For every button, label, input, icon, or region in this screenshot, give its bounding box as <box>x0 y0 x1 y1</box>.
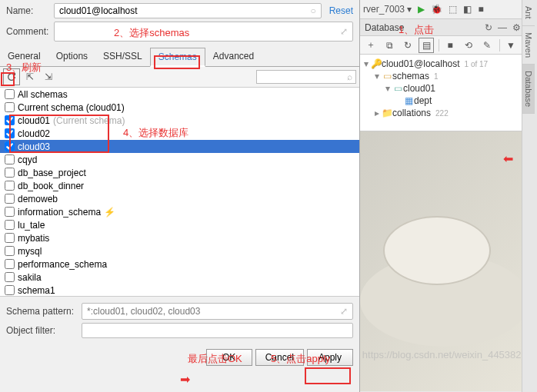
schema-checkbox[interactable] <box>5 246 15 256</box>
schema-checkbox[interactable] <box>5 154 15 164</box>
edit-icon[interactable]: ✎ <box>479 38 495 53</box>
coverage-icon[interactable]: ⬚ <box>445 4 460 15</box>
run-icon[interactable]: ▶ <box>415 4 428 15</box>
schema-list[interactable]: All schemasCurrent schema (cloud01)cloud… <box>0 88 359 297</box>
add-icon[interactable]: ＋ <box>363 38 379 53</box>
side-tabs: Ant Maven Database <box>522 0 537 392</box>
schema-checkbox[interactable] <box>5 207 15 217</box>
schema-row[interactable]: performance_schema <box>0 257 359 271</box>
rollback-icon[interactable]: ⟲ <box>461 38 476 53</box>
tab-options[interactable]: Options <box>48 48 95 66</box>
watermark: https://blog.csdn.net/weixin_44538225 <box>362 349 532 360</box>
refresh-button[interactable] <box>3 68 20 85</box>
filter-label: Object filter: <box>6 325 82 336</box>
tab-bar: GeneralOptionsSSH/SSLSchemasAdvanced <box>0 48 359 67</box>
schema-checkbox[interactable] <box>5 89 15 99</box>
dialog-panel: Name: cloud01@localhost○ Reset Comment: … <box>0 0 360 392</box>
name-label: Name: <box>6 5 54 16</box>
schema-row[interactable]: cloud03 <box>0 140 359 153</box>
side-tab-maven[interactable]: Maven <box>522 26 535 65</box>
schema-row[interactable]: sakila <box>0 271 359 284</box>
schema-checkbox[interactable] <box>5 168 15 178</box>
schema-checkbox[interactable] <box>5 272 15 282</box>
tab-schemas[interactable]: Schemas <box>150 48 205 67</box>
schema-checkbox[interactable] <box>5 128 15 138</box>
filter-input[interactable] <box>82 323 353 338</box>
schema-row[interactable]: cqyd <box>0 153 359 166</box>
side-tab-database[interactable]: Database <box>522 65 535 114</box>
debug-icon[interactable]: 🐞 <box>428 4 445 15</box>
schema-row[interactable]: db_book_dinner <box>0 179 359 192</box>
tab-general[interactable]: General <box>0 48 48 66</box>
background-image: https://blog.csdn.net/weixin_44538225 <box>360 131 537 391</box>
schema-row[interactable]: cloud01 (Current schema) <box>0 114 359 127</box>
collapse-button[interactable]: ⇲ <box>40 68 57 85</box>
console-icon[interactable]: ▤ <box>419 38 434 53</box>
schema-toolbar: ⇱ ⇲ ⌕ <box>0 67 359 88</box>
tab-ssh/ssl[interactable]: SSH/SSL <box>95 48 150 66</box>
reset-link[interactable]: Reset <box>329 5 353 16</box>
schema-row[interactable]: schema1 <box>0 284 359 297</box>
pattern-label: Schema pattern: <box>6 306 82 317</box>
schema-search-input[interactable]: ⌕ <box>256 70 356 84</box>
schema-row[interactable]: All schemas <box>0 88 359 101</box>
name-input[interactable]: cloud01@localhost○ <box>54 3 322 18</box>
stop-icon2[interactable]: ■ <box>442 38 458 53</box>
schema-checkbox[interactable] <box>5 259 15 269</box>
schema-row[interactable]: db_base_project <box>0 166 359 179</box>
schema-row[interactable]: information_schema⚡ <box>0 205 359 218</box>
expand-button[interactable]: ⇱ <box>22 68 38 85</box>
schema-checkbox[interactable] <box>5 141 15 151</box>
stop-icon[interactable]: ■ <box>475 4 486 15</box>
schema-checkbox[interactable] <box>5 194 15 204</box>
refresh-icon[interactable]: ↻ <box>482 22 495 33</box>
cancel-button[interactable]: Cancel <box>255 349 304 366</box>
ide-right-panel: rver_7003 ▾ ▶ 🐞 ⬚ ◧ ■ Database ↻ — ⚙ − ＋… <box>360 0 537 392</box>
schema-row[interactable]: lu_tale <box>0 218 359 231</box>
pattern-input[interactable]: *:cloud01, cloud02, cloud03⤢ <box>82 303 353 320</box>
comment-label: Comment: <box>6 26 54 37</box>
schema-checkbox[interactable] <box>5 285 15 295</box>
database-tree[interactable]: ▾🔑cloud01@localhost1 of 17 ▾▭schemas1 ▾▭… <box>360 55 537 131</box>
schema-checkbox[interactable] <box>5 102 15 112</box>
schema-checkbox[interactable] <box>5 233 15 243</box>
copy-icon[interactable]: ⧉ <box>382 38 397 53</box>
schema-row[interactable]: mybatis <box>0 231 359 244</box>
ok-button[interactable]: OK <box>206 349 252 366</box>
schema-checkbox[interactable] <box>5 115 15 125</box>
comment-input[interactable]: ⤢ <box>54 22 353 42</box>
tab-advanced[interactable]: Advanced <box>205 48 262 66</box>
minimize-icon[interactable]: — <box>495 22 509 33</box>
search-icon: ⌕ <box>347 71 355 82</box>
profile-icon[interactable]: ◧ <box>460 4 475 15</box>
sync-icon[interactable]: ↻ <box>400 38 415 53</box>
side-tab-ant[interactable]: Ant <box>522 0 535 26</box>
bolt-icon: ⚡ <box>104 207 115 218</box>
schema-checkbox[interactable] <box>5 181 15 191</box>
schema-row[interactable]: Current schema (cloud01) <box>0 101 359 114</box>
schema-checkbox[interactable] <box>5 220 15 230</box>
server-dropdown[interactable]: rver_7003 ▾ <box>360 4 415 15</box>
apply-button[interactable]: Apply <box>307 349 353 366</box>
database-panel-title: Database <box>365 22 482 33</box>
schema-row[interactable]: demoweb <box>0 192 359 205</box>
filter-icon[interactable]: ▼ <box>503 38 519 53</box>
schema-row[interactable]: mysql <box>0 244 359 257</box>
schema-row[interactable]: cloud02 <box>0 127 359 140</box>
